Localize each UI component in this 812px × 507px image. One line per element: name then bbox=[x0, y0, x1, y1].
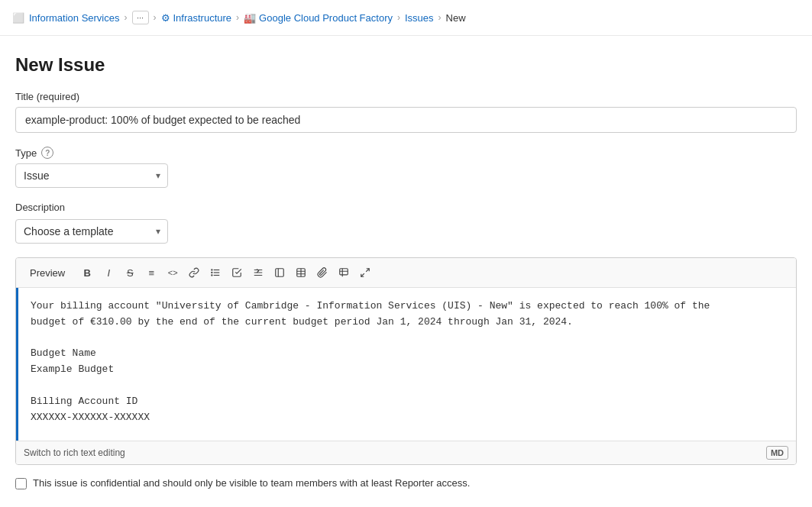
toolbar-preview-btn[interactable]: Preview bbox=[24, 266, 71, 280]
main-content: New Issue Title (required) Type ? Issue … bbox=[0, 36, 812, 505]
description-label: Description bbox=[15, 202, 797, 213]
md-badge: MD bbox=[766, 446, 788, 460]
breadcrumb-sep-1: › bbox=[125, 12, 128, 23]
editor-content[interactable]: Your billing account "University of Camb… bbox=[16, 288, 796, 441]
type-help-icon[interactable]: ? bbox=[41, 147, 53, 159]
svg-rect-9 bbox=[276, 269, 284, 277]
toolbar-collapse-btn[interactable] bbox=[270, 263, 290, 283]
toolbar-strikethrough-btn[interactable]: S bbox=[120, 263, 140, 283]
editor-footer: Switch to rich text editing MD bbox=[16, 441, 796, 464]
type-select-wrapper: Issue Bug Feature ▾ bbox=[15, 163, 168, 188]
editor-toolbar: Preview B I S ≡ <> bbox=[16, 258, 796, 288]
toolbar-bold-btn[interactable]: B bbox=[77, 263, 97, 283]
svg-rect-1 bbox=[214, 270, 220, 270]
breadcrumb-sep-4: › bbox=[397, 12, 400, 23]
toolbar-indent-btn[interactable] bbox=[248, 263, 268, 283]
template-select-wrapper: Choose a template ▾ bbox=[15, 219, 168, 244]
breadcrumb-new: New bbox=[446, 12, 466, 24]
toolbar-comment-btn[interactable] bbox=[334, 263, 354, 283]
breadcrumb-information-services[interactable]: Information Services bbox=[29, 12, 120, 24]
toolbar-link-btn[interactable] bbox=[184, 263, 204, 283]
svg-line-18 bbox=[366, 269, 369, 272]
toolbar-code-btn[interactable]: <> bbox=[163, 263, 183, 283]
breadcrumb-project[interactable]: 🏭 Google Cloud Product Factory bbox=[244, 12, 393, 24]
svg-line-19 bbox=[361, 273, 364, 276]
breadcrumb-issues[interactable]: Issues bbox=[405, 12, 434, 24]
confidential-checkbox[interactable] bbox=[15, 478, 27, 489]
svg-point-2 bbox=[211, 272, 212, 273]
switch-rich-text-btn[interactable]: Switch to rich text editing bbox=[24, 447, 125, 458]
confidential-label[interactable]: This issue is confidential and should on… bbox=[33, 477, 470, 489]
svg-rect-3 bbox=[214, 272, 220, 273]
breadcrumb-sep-3: › bbox=[236, 12, 239, 23]
title-label: Title (required) bbox=[15, 91, 797, 102]
breadcrumb-sep-5: › bbox=[438, 12, 442, 23]
toolbar-fullscreen-btn[interactable] bbox=[355, 263, 375, 283]
gear-icon: ⚙ bbox=[161, 12, 170, 24]
confidential-row: This issue is confidential and should on… bbox=[15, 477, 797, 489]
editor-wrapper: Preview B I S ≡ <> bbox=[15, 257, 797, 465]
toolbar-italic-btn[interactable]: I bbox=[99, 263, 118, 283]
type-select[interactable]: Issue Bug Feature bbox=[15, 163, 168, 188]
svg-rect-5 bbox=[214, 275, 220, 276]
description-field-group: Description Choose a template ▾ bbox=[15, 202, 797, 244]
toolbar-table-btn[interactable] bbox=[291, 263, 311, 283]
breadcrumb-sep-2: › bbox=[154, 12, 157, 23]
toolbar-attach-btn[interactable] bbox=[312, 263, 332, 283]
page-title: New Issue bbox=[15, 54, 797, 76]
breadcrumb-infrastructure[interactable]: ⚙ Infrastructure bbox=[161, 12, 232, 24]
template-select[interactable]: Choose a template bbox=[15, 219, 168, 244]
title-input[interactable] bbox=[15, 107, 797, 133]
breadcrumb-more[interactable]: ··· bbox=[132, 11, 149, 24]
toolbar-bullet-list-btn[interactable] bbox=[205, 263, 225, 283]
toolbar-ordered-list-btn[interactable]: ≡ bbox=[141, 263, 161, 283]
toolbar-checklist-btn[interactable] bbox=[227, 263, 247, 283]
svg-point-4 bbox=[211, 274, 212, 276]
window-icon: ⬜ bbox=[12, 12, 24, 24]
project-icon: 🏭 bbox=[244, 12, 256, 24]
breadcrumb: ⬜ Information Services › ··· › ⚙ Infrast… bbox=[0, 0, 812, 36]
type-label: Type ? bbox=[15, 147, 797, 159]
title-field-group: Title (required) bbox=[15, 91, 797, 133]
svg-point-0 bbox=[211, 269, 212, 270]
type-field-group: Type ? Issue Bug Feature ▾ bbox=[15, 147, 797, 188]
